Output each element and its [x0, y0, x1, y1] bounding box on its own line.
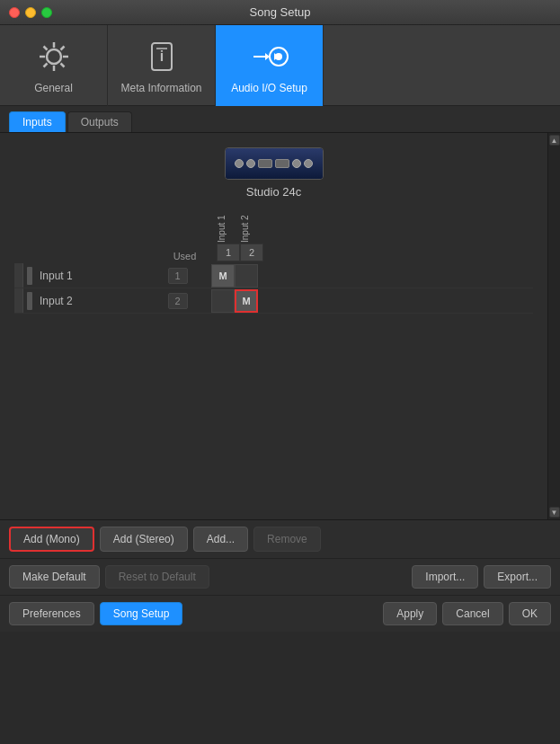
ok-button[interactable]: OK	[509, 602, 551, 625]
add-mono-button[interactable]: Add (Mono)	[9, 527, 94, 552]
row-name: Input 1	[36, 270, 153, 282]
scroll-container: Studio 24c Used Input 1 Input 2 1 2	[0, 133, 560, 519]
window-title: Song Setup	[250, 5, 311, 19]
row-name: Input 2	[36, 295, 153, 307]
buttons-row-2: Make Default Reset to Default Import... …	[0, 559, 560, 596]
scroll-up-arrow[interactable]: ▲	[549, 135, 560, 146]
connector-3	[258, 159, 272, 168]
svg-marker-15	[265, 53, 270, 60]
buttons-row-1: Add (Mono) Add (Stereo) Add... Remove	[0, 520, 560, 559]
buttons-row-3: Preferences Song Setup Apply Cancel OK	[0, 596, 560, 632]
svg-line-7	[60, 47, 64, 50]
toolbar: General i Meta Information Audio I/O Set…	[0, 25, 560, 106]
export-button[interactable]: Export...	[484, 565, 551, 589]
add-stereo-button[interactable]: Add (Stereo)	[100, 527, 188, 552]
song-setup-button[interactable]: Song Setup	[100, 602, 183, 625]
toolbar-audio-label: Audio I/O Setup	[231, 82, 307, 94]
row-color	[27, 267, 32, 285]
connector-1	[235, 159, 244, 168]
apply-button[interactable]: Apply	[383, 602, 437, 625]
table-row: Input 2 2 M	[14, 288, 533, 314]
tabs-bar: Inputs Outputs	[0, 106, 560, 133]
row-drag-handle[interactable]	[14, 288, 23, 313]
row-used: 1	[153, 268, 202, 284]
bottom-area: Add (Mono) Add (Stereo) Add... Remove Ma…	[0, 519, 560, 632]
import-button[interactable]: Import...	[412, 565, 478, 589]
svg-point-0	[47, 49, 61, 64]
connector-6	[304, 159, 313, 168]
minimize-button[interactable]	[25, 7, 36, 18]
svg-line-8	[43, 64, 47, 67]
make-default-button[interactable]: Make Default	[9, 565, 100, 589]
row-drag-handle[interactable]	[14, 263, 23, 288]
connector-4	[275, 159, 289, 168]
device-image	[225, 147, 324, 180]
connector-5	[292, 159, 301, 168]
col-num-2: 2	[240, 244, 263, 261]
used-count: 1	[168, 268, 188, 284]
scroll-inner: Studio 24c Used Input 1 Input 2 1 2	[0, 133, 547, 519]
svg-text:i: i	[159, 49, 163, 64]
remove-button[interactable]: Remove	[253, 527, 321, 552]
toolbar-general-label: General	[34, 82, 73, 94]
matrix-cell-m2[interactable]	[235, 264, 258, 288]
info-icon: i	[142, 37, 182, 76]
cancel-button[interactable]: Cancel	[442, 602, 502, 625]
title-bar: Song Setup	[0, 0, 560, 25]
table-row: Input 1 1 M	[14, 263, 533, 288]
tab-inputs[interactable]: Inputs	[9, 111, 66, 132]
vertical-scrollbar[interactable]: ▲ ▼	[547, 133, 560, 519]
preferences-button[interactable]: Preferences	[9, 602, 94, 625]
maximize-button[interactable]	[41, 7, 52, 18]
close-button[interactable]	[9, 7, 20, 18]
used-count: 2	[168, 293, 188, 309]
col-used-header: Used	[160, 251, 209, 261]
col-num-1: 1	[217, 244, 240, 261]
toolbar-btn-audio-io[interactable]: Audio I/O Setup	[216, 25, 324, 106]
add-button[interactable]: Add...	[193, 527, 248, 552]
scroll-down-arrow[interactable]: ▼	[549, 507, 560, 518]
audio-io-icon	[250, 37, 289, 76]
gear-icon	[34, 37, 74, 76]
device-connectors	[235, 159, 313, 168]
row-color	[27, 292, 32, 310]
row-used: 2	[153, 293, 202, 309]
toolbar-btn-meta[interactable]: i Meta Information	[108, 25, 216, 106]
svg-line-5	[43, 47, 47, 50]
tab-outputs[interactable]: Outputs	[67, 111, 132, 132]
row-matrix: M	[211, 289, 258, 313]
matrix-cell-m1[interactable]: M	[211, 264, 235, 288]
reset-default-button[interactable]: Reset to Default	[105, 565, 209, 589]
toolbar-btn-general[interactable]: General	[0, 25, 108, 106]
device-section: Studio 24c	[14, 147, 533, 204]
connector-2	[246, 159, 255, 168]
matrix-cell-m1[interactable]	[211, 289, 235, 313]
col-input2-header: Input 2	[240, 215, 263, 244]
toolbar-meta-label: Meta Information	[120, 82, 201, 94]
row-matrix: M	[211, 264, 258, 288]
main-content: Studio 24c Used Input 1 Input 2 1 2	[0, 133, 560, 519]
device-name: Studio 24c	[246, 185, 301, 199]
window-controls[interactable]	[9, 7, 52, 18]
svg-line-6	[60, 64, 64, 67]
matrix-cell-m2[interactable]: M	[235, 289, 258, 313]
col-input1-header: Input 1	[217, 215, 240, 244]
